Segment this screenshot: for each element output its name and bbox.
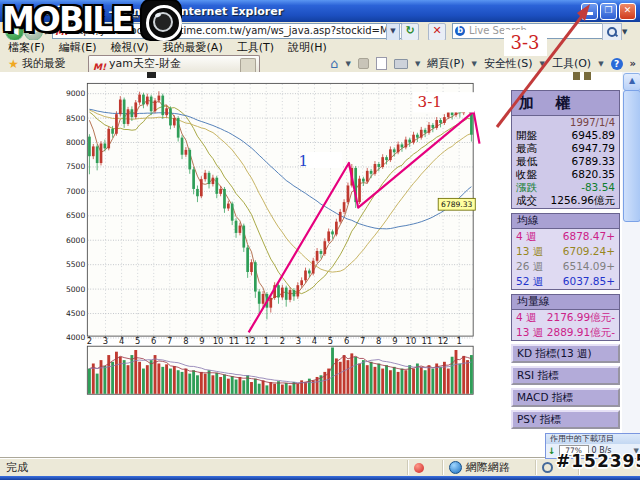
svg-text:12: 12 <box>438 336 449 346</box>
svg-text:5: 5 <box>328 336 333 346</box>
menu-favorites[interactable]: 我的最愛(A) <box>163 40 223 55</box>
download-arrow-icon: ↓ <box>548 446 556 456</box>
minimize-button[interactable] <box>581 3 598 20</box>
favorites-star-icon: ★ <box>8 57 19 71</box>
status-pane: 完成 <box>0 460 408 475</box>
search-placeholder: Live Search <box>469 25 527 36</box>
rsi-indicator-button[interactable]: RSI 指標 <box>511 366 620 385</box>
refresh-button[interactable]: ↻ <box>401 23 419 41</box>
svg-text:8: 8 <box>376 336 381 346</box>
svg-text:7500: 7500 <box>66 162 85 171</box>
quote-panel: 加 權 1997/1/4 開盤6945.89 最高6947.79 最低6789.… <box>511 90 620 429</box>
read-mail-icon[interactable] <box>376 57 387 70</box>
menu-view[interactable]: 檢視(V) <box>110 40 148 55</box>
page-content: 9000850080007500700065006000550050004500… <box>0 72 622 457</box>
tab-title: yam天空-財金 <box>109 57 181 70</box>
svg-text:7: 7 <box>360 336 365 346</box>
svg-text:7: 7 <box>167 336 172 346</box>
quote-row-open: 開盤6945.89 <box>512 129 619 142</box>
page-zoom-icon <box>542 462 553 473</box>
svg-text:4000: 4000 <box>66 333 85 342</box>
ma-row-13w: 13 週6709.24+ <box>512 244 619 259</box>
svg-text:8: 8 <box>183 336 188 346</box>
svg-text:4: 4 <box>119 336 124 346</box>
vol-ma-row-4w: 4 週2176.99億元- <box>512 310 619 325</box>
restore-button[interactable]: ❐ <box>600 3 617 20</box>
menu-edit[interactable]: 編輯(E) <box>59 40 97 55</box>
ma-section: 均線 4 週6878.47+ 13 週6709.24+ 26 週6514.09+… <box>511 213 620 290</box>
svg-text:6000: 6000 <box>66 236 85 245</box>
volume-ma-section: 均量線 4 週2176.99億元- 13 週2889.91億元- <box>511 294 620 341</box>
toolbar-overflow-chevron[interactable]: » <box>630 58 636 69</box>
stop-button[interactable]: ✕ <box>428 23 446 41</box>
svg-text:6: 6 <box>344 336 349 346</box>
scrollbar-thumb[interactable] <box>623 90 640 222</box>
svg-text:8500: 8500 <box>66 114 85 123</box>
page-scrollbar[interactable]: ▲ ▼ <box>622 72 640 457</box>
svg-text:5000: 5000 <box>66 285 85 294</box>
new-tab-button[interactable] <box>240 58 256 73</box>
command-bar: ⌂ ▼ ▼ 網頁(P) ▼ 安全性(S) ▼ 工具(O) ▼ ? » <box>330 55 636 72</box>
search-options-dropdown-icon[interactable]: ▼ <box>622 28 627 36</box>
zone-text: 網際網路 <box>466 460 510 475</box>
status-icon-pane <box>408 460 443 475</box>
svg-text:1: 1 <box>456 336 461 346</box>
psy-indicator-button[interactable]: PSY 指標 <box>511 410 620 429</box>
kd-indicator-button[interactable]: KD 指標(13 週) <box>511 344 620 363</box>
svg-text:5: 5 <box>135 336 140 346</box>
status-bar: 完成 網際網路 <box>0 457 640 477</box>
feeds-icon[interactable] <box>358 58 369 69</box>
svg-text:6: 6 <box>151 336 156 346</box>
svg-text:10: 10 <box>406 336 417 346</box>
quote-row-close: 收盤6820.35 <box>512 168 619 181</box>
svg-text:3: 3 <box>103 336 108 346</box>
scroll-up-button[interactable]: ▲ <box>623 73 640 91</box>
quote-rows: 開盤6945.89 最高6947.79 最低6789.33 收盤6820.35 … <box>511 129 620 209</box>
svg-text:5500: 5500 <box>66 260 85 269</box>
print-icon[interactable] <box>394 59 408 69</box>
download-popup-title: 作用中的下載項目 <box>546 434 640 444</box>
svg-text:1: 1 <box>264 336 269 346</box>
svg-text:6789.33: 6789.33 <box>441 200 473 209</box>
quote-row-high: 最高6947.79 <box>512 142 619 155</box>
svg-text:12: 12 <box>245 336 256 346</box>
svg-text:10: 10 <box>213 336 224 346</box>
safety-menu[interactable]: 安全性(S) <box>484 56 533 71</box>
status-alert-icon <box>414 463 424 473</box>
svg-text:11: 11 <box>229 336 240 346</box>
zone-pane: 網際網路 <box>443 460 536 475</box>
mobile01-watermark: MOBILE ™ <box>2 0 180 39</box>
ma-row-52w: 52 週6037.85+ <box>512 274 619 289</box>
svg-text:9: 9 <box>392 336 397 346</box>
window-bottom-border <box>0 476 640 480</box>
svg-text:1: 1 <box>299 152 309 170</box>
svg-text:11: 11 <box>422 336 433 346</box>
quote-date: 1997/1/4 <box>511 116 620 129</box>
address-dropdown-button[interactable]: ▼ <box>386 23 400 41</box>
favorites-button[interactable]: ★ 我的最愛 <box>4 56 70 71</box>
menu-bar: 檔案(F) 編輯(E) 檢視(V) 我的最愛(A) 工具(T) 說明(H) <box>0 40 640 55</box>
page-menu[interactable]: 網頁(P) <box>427 56 464 71</box>
help-icon[interactable]: ? <box>611 58 623 70</box>
svg-text:4: 4 <box>312 336 317 346</box>
home-icon[interactable]: ⌂ <box>330 56 338 71</box>
svg-text:7000: 7000 <box>66 187 85 196</box>
svg-text:4500: 4500 <box>66 309 85 318</box>
close-button[interactable]: ✕ <box>619 3 636 20</box>
quote-row-volume: 成交1256.96億元 <box>512 194 619 207</box>
tab-yam-finance[interactable]: M! yam天空-財金 <box>88 55 260 73</box>
menu-tools[interactable]: 工具(T) <box>237 40 274 55</box>
search-input[interactable]: b Live Search <box>452 23 618 39</box>
svg-text:2: 2 <box>87 336 92 346</box>
camera-lens-icon <box>142 1 180 39</box>
macd-indicator-button[interactable]: MACD 指標 <box>511 388 620 407</box>
svg-text:3-1: 3-1 <box>418 93 442 111</box>
ma-row-26w: 26 週6514.09+ <box>512 259 619 274</box>
menu-help[interactable]: 說明(H) <box>288 40 327 55</box>
svg-text:9000: 9000 <box>66 89 85 98</box>
vol-ma-row-13w: 13 週2889.91億元- <box>512 325 619 340</box>
index-name: 加 權 <box>511 90 620 116</box>
tools-menu[interactable]: 工具(O) <box>552 56 591 71</box>
menu-file[interactable]: 檔案(F) <box>8 40 45 55</box>
search-go-button[interactable] <box>602 23 622 41</box>
